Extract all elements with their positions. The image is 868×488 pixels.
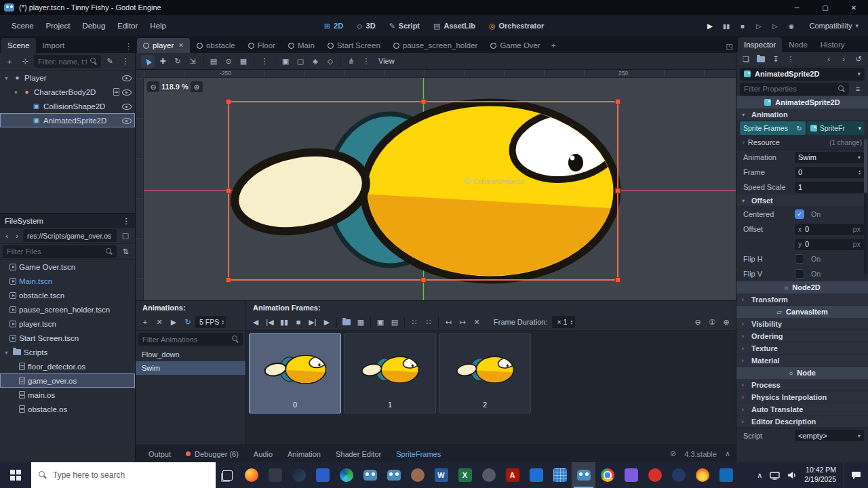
menu-debug[interactable]: Debug xyxy=(76,15,111,37)
selection-handle[interactable] xyxy=(616,100,620,104)
expand-viewport-icon[interactable]: ◳ xyxy=(726,42,733,51)
add-node-button[interactable]: + xyxy=(3,55,16,68)
zoom-out-frames-button[interactable]: ⊖ xyxy=(691,316,705,329)
play-custom-scene-button[interactable]: ▷ xyxy=(768,22,783,30)
scene-tab-game-over[interactable]: Game Over xyxy=(484,38,546,53)
start-button[interactable] xyxy=(0,462,31,488)
taskbar-clock[interactable]: 10:42 PM 2/19/2025 xyxy=(804,466,836,484)
pause-frames-button[interactable]: ▮▮ xyxy=(277,316,291,329)
speaker-icon[interactable] xyxy=(787,471,797,479)
pan-tool-button[interactable]: ▦ xyxy=(237,55,250,68)
scene-tab-player[interactable]: player✕ xyxy=(137,38,190,53)
frame-spinner[interactable]: ▴▾ xyxy=(859,169,861,176)
loop-toggle-button[interactable]: ↻ xyxy=(181,316,195,329)
group-node-button[interactable]: ◈ xyxy=(309,55,322,68)
toggle-split-mode-button[interactable]: ▢ xyxy=(119,229,132,242)
taskbar-app-edge[interactable] xyxy=(334,462,358,488)
centered-checkbox[interactable]: ✓ xyxy=(795,209,804,219)
resource-menu-icon[interactable]: ⋮ xyxy=(784,53,797,66)
history-back-icon[interactable]: ‹ xyxy=(822,53,835,66)
file-filter-input[interactable] xyxy=(7,247,102,256)
selection-handle[interactable] xyxy=(421,278,426,283)
taskbar-app-vs[interactable] xyxy=(524,462,548,488)
expand-caret-icon[interactable]: ▾ xyxy=(12,89,20,96)
file-row[interactable]: obstacle.tscn xyxy=(0,288,135,302)
pivot-tool-button[interactable]: ⊙ xyxy=(222,55,235,68)
visibility-icon[interactable] xyxy=(122,87,132,96)
panel-spriteframes-button[interactable]: SpriteFrames xyxy=(389,450,448,458)
file-row-selected[interactable]: game_over.os xyxy=(0,373,135,388)
flip-v-checkbox[interactable] xyxy=(795,269,804,279)
visibility-icon[interactable] xyxy=(122,102,132,110)
panel-audio-button[interactable]: Audio xyxy=(246,450,280,458)
selection-handle[interactable] xyxy=(616,188,620,193)
frame-cell-2[interactable]: 2 xyxy=(439,333,531,413)
taskbar-app-dark[interactable] xyxy=(263,462,287,488)
taskbar-app-mail[interactable] xyxy=(311,462,334,488)
menu-editor[interactable]: Editor xyxy=(111,15,144,37)
nav-forward-icon[interactable]: › xyxy=(13,229,21,242)
add-frames-from-file-button[interactable] xyxy=(340,316,353,329)
panel-animation-button[interactable]: Animation xyxy=(280,450,328,458)
section-process[interactable]: ›Process xyxy=(736,379,868,391)
play-from-start-button[interactable]: ▶| xyxy=(306,316,319,329)
action-center-button[interactable] xyxy=(844,462,861,488)
lock-node-button[interactable]: ▣ xyxy=(279,55,292,68)
file-row[interactable]: Game Over.tscn xyxy=(0,260,135,274)
attached-script-icon[interactable] xyxy=(113,88,119,96)
add-frames-from-sheet-button[interactable]: ▦ xyxy=(354,316,368,329)
class-header-canvasitem[interactable]: ▱CanvasItem xyxy=(736,306,868,318)
fps-spinner[interactable]: ▴▾ xyxy=(222,319,224,325)
dock-menu-icon[interactable]: ⋮ xyxy=(123,216,131,226)
file-row[interactable]: Start Screen.tscn xyxy=(0,331,135,345)
expand-bottom-panel-icon[interactable]: ∧ xyxy=(725,449,730,458)
skeleton-options-button[interactable]: ⋔ xyxy=(344,55,358,68)
expand-caret-icon[interactable]: ▾ xyxy=(3,349,10,356)
scene-tab-start-screen[interactable]: Start Screen xyxy=(321,38,387,53)
tab-inspector[interactable]: Inspector xyxy=(738,37,782,52)
visibility-icon[interactable] xyxy=(122,116,132,125)
add-animation-button[interactable]: + xyxy=(138,316,152,329)
panel-debugger-button[interactable]: Debugger (6) xyxy=(178,450,246,458)
history-forward-icon[interactable]: › xyxy=(837,53,850,66)
tree-row-animatedsprite2d[interactable]: ▣ AnimatedSprite2D xyxy=(0,113,135,127)
panel-output-button[interactable]: Output xyxy=(141,450,178,458)
class-header-node2d[interactable]: ○Node2D xyxy=(736,281,868,293)
taskbar-app-outlook[interactable] xyxy=(714,462,738,488)
tree-row-characterbody2d[interactable]: ▾ ● CharacterBody2D xyxy=(0,85,135,99)
insert-after-button[interactable]: ∷ xyxy=(422,316,435,329)
taskbar-app-pin[interactable] xyxy=(643,462,667,488)
menu-project[interactable]: Project xyxy=(40,15,77,37)
section-offset[interactable]: ▾Offset xyxy=(736,195,868,207)
taskbar-app-godot-active[interactable] xyxy=(572,462,595,488)
frame-cell-1[interactable]: 1 xyxy=(344,333,436,413)
paste-frame-button[interactable]: ▤ xyxy=(388,316,401,329)
new-resource-button[interactable]: ❏ xyxy=(739,53,753,66)
tree-row-player[interactable]: ▾ ● Player xyxy=(0,70,135,85)
tab-node[interactable]: Node xyxy=(783,37,814,52)
animation-filter-input[interactable] xyxy=(142,336,229,344)
property-filter-field[interactable] xyxy=(740,83,849,96)
workspace-3d-button[interactable]: ◇3D xyxy=(351,19,382,33)
property-tools-icon[interactable]: ≡ xyxy=(851,83,865,96)
stop-frames-button[interactable]: ■ xyxy=(292,316,305,329)
menu-scene[interactable]: Scene xyxy=(5,15,40,37)
taskbar-app-paint[interactable] xyxy=(548,462,572,488)
frame-cell-0[interactable]: 0 xyxy=(249,333,341,413)
close-button[interactable]: ✕ xyxy=(840,0,868,15)
instance-scene-button[interactable]: ⊹ xyxy=(18,55,32,68)
class-header-animatedsprite2d[interactable]: AnimatedSprite2D xyxy=(736,96,868,108)
zoom-out-button[interactable]: ⊖ xyxy=(147,81,159,92)
frame-spinbox[interactable]: 0▴▾ xyxy=(795,167,864,178)
rotate-tool-button[interactable]: ↻ xyxy=(171,55,184,68)
taskbar-search[interactable] xyxy=(31,462,216,488)
workspace-script-button[interactable]: ✎Script xyxy=(383,19,426,33)
inspector-scrollbar[interactable] xyxy=(864,139,867,274)
taskbar-app-excel[interactable]: X xyxy=(453,462,477,488)
section-visibility[interactable]: ›Visibility xyxy=(736,318,868,330)
delete-frame-button[interactable]: ✕ xyxy=(470,316,484,329)
taskbar-app-epic[interactable] xyxy=(477,462,500,488)
offset-x-field[interactable]: x0px xyxy=(795,224,864,235)
section-auto-translate[interactable]: ›Auto Translate xyxy=(736,403,868,415)
sprite-frames-label-button[interactable]: Sprite Frames↻ xyxy=(740,121,806,135)
